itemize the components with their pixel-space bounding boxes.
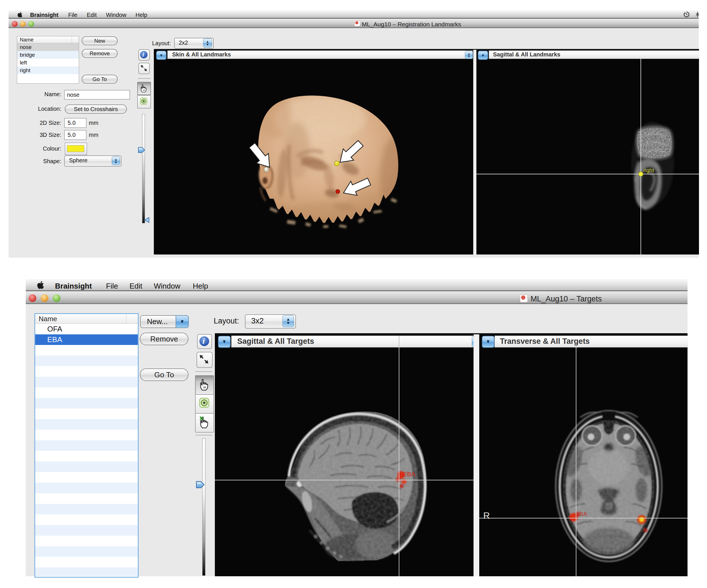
- svg-text:R: R: [483, 510, 490, 521]
- svg-text:EBA: EBA: [575, 511, 587, 517]
- svg-text:right: right: [643, 167, 654, 173]
- svg-text:EBA: EBA: [403, 471, 415, 478]
